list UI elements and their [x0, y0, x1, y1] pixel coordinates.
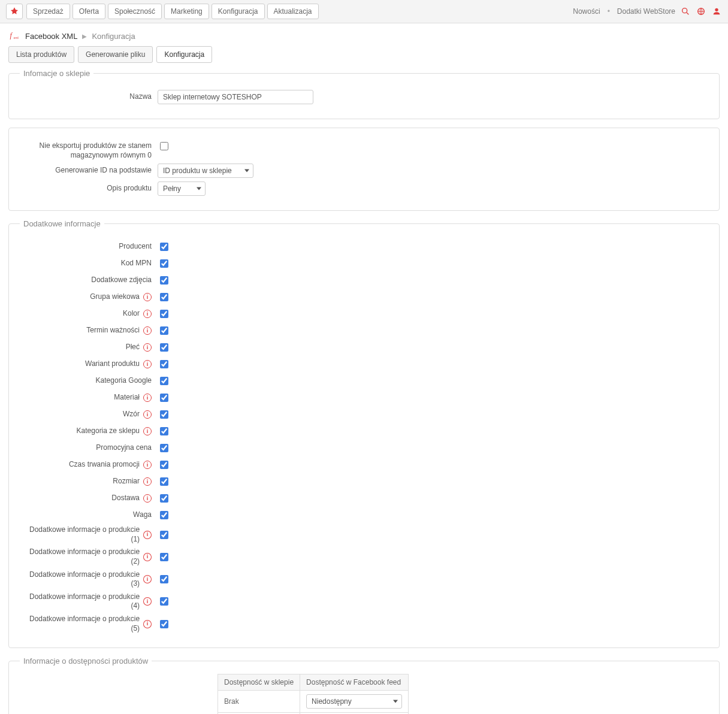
additional-label: Dodatkowe informacje o produkcie (2) [20, 547, 158, 566]
additional-checkbox[interactable] [160, 620, 168, 628]
breadcrumb: fxml Facebook XML ▶ Konfiguracja [8, 28, 720, 46]
info-icon[interactable] [143, 461, 152, 469]
additional-checkbox[interactable] [160, 410, 168, 419]
fieldset-store-info: Infomacje o sklepie Nazwa [8, 69, 720, 119]
logo-button[interactable] [6, 4, 23, 19]
tab-generowanie-pliku[interactable]: Generowanie pliku [78, 46, 153, 63]
info-icon[interactable] [143, 575, 152, 583]
topbar-left: SprzedażOfertaSpołecznośćMarketingKonfig… [6, 4, 321, 19]
webstore-link[interactable]: Dodatki WebStore [617, 7, 675, 16]
nav-konfiguracja[interactable]: Konfiguracja [212, 4, 265, 19]
info-icon[interactable] [143, 427, 152, 435]
additional-checkbox[interactable] [160, 494, 168, 503]
nav-marketing[interactable]: Marketing [164, 4, 209, 19]
info-icon[interactable] [143, 293, 152, 301]
additional-row: Dodatkowe informacje o produkcie (1) [20, 525, 708, 544]
additional-checkbox[interactable] [160, 276, 168, 285]
additional-label: Kategoria ze sklepu [20, 426, 158, 436]
additional-row: Dodatkowe zdjęcia [20, 274, 708, 287]
separator-dot: • [608, 7, 610, 16]
info-icon[interactable] [143, 494, 152, 503]
additional-checkbox[interactable] [160, 444, 168, 452]
additional-label: Dodatkowe informacje o produkcie (5) [20, 615, 158, 633]
desc-select[interactable]: Pełny [158, 181, 206, 196]
additional-label: Producent [20, 242, 158, 252]
name-input[interactable] [158, 90, 313, 104]
svg-line-1 [687, 13, 688, 14]
info-icon[interactable] [143, 553, 152, 561]
info-icon[interactable] [143, 531, 152, 539]
gen-id-value: ID produktu w sklepie [163, 167, 232, 175]
additional-label: Dostawa [20, 494, 158, 503]
availability-row: BrakNiedostępny [218, 691, 409, 713]
additional-row: Płeć [20, 341, 708, 354]
additional-checkbox[interactable] [160, 394, 168, 402]
additional-checkbox[interactable] [160, 477, 168, 486]
additional-checkbox[interactable] [160, 511, 168, 519]
nav-aktualizacja[interactable]: Aktualizacja [267, 4, 319, 19]
additional-label: Płeć [20, 343, 158, 352]
info-icon[interactable] [143, 597, 152, 606]
news-link[interactable]: Nowości [573, 7, 600, 16]
info-icon[interactable] [143, 343, 152, 352]
tab-lista-produktów[interactable]: Lista produktów [8, 46, 74, 63]
additional-row: Waga [20, 509, 708, 522]
additional-row: Kolor [20, 307, 708, 320]
svg-point-0 [682, 8, 687, 13]
additional-checkbox[interactable] [160, 377, 168, 385]
chevron-down-icon [244, 170, 249, 173]
legend-additional-info: Dodatkowe informacje [20, 219, 104, 228]
additional-checkbox[interactable] [160, 259, 168, 268]
availability-select[interactable]: Niedostępny [306, 694, 402, 709]
additional-checkbox[interactable] [160, 310, 168, 318]
no-export-checkbox[interactable] [160, 142, 168, 150]
additional-row: Dodatkowe informacje o produkcie (2) [20, 547, 708, 566]
tab-konfiguracja[interactable]: Konfiguracja [156, 46, 212, 63]
chevron-down-icon [393, 700, 398, 703]
nav-sprzedaż[interactable]: Sprzedaż [26, 4, 70, 19]
app-icon: fxml [8, 31, 20, 41]
additional-checkbox[interactable] [160, 326, 168, 335]
additional-row: Termin ważności [20, 324, 708, 337]
search-icon[interactable] [680, 6, 691, 17]
fieldset-additional-info: Dodatkowe informacje ProducentKod MPNDod… [8, 219, 720, 648]
additional-checkbox[interactable] [160, 243, 168, 251]
info-icon[interactable] [143, 477, 152, 486]
additional-row: Wariant produktu [20, 358, 708, 371]
additional-checkbox[interactable] [160, 553, 168, 561]
additional-checkbox[interactable] [160, 427, 168, 435]
additional-checkbox[interactable] [160, 461, 168, 469]
nav-społeczność[interactable]: Społeczność [108, 4, 162, 19]
th-store-availability: Dostępność w sklepie [218, 674, 300, 691]
additional-checkbox[interactable] [160, 360, 168, 368]
additional-row: Kategoria Google [20, 374, 708, 388]
info-icon[interactable] [143, 310, 152, 318]
gen-id-select[interactable]: ID produktu w sklepie [158, 164, 253, 178]
additional-checkbox[interactable] [160, 575, 168, 583]
additional-checkbox[interactable] [160, 531, 168, 539]
topbar: SprzedażOfertaSpołecznośćMarketingKonfig… [0, 0, 728, 23]
additional-label: Dodatkowe informacje o produkcie (4) [20, 592, 158, 611]
additional-row: Producent [20, 240, 708, 253]
additional-row: Czas trwania promocji [20, 458, 708, 471]
availability-table: Dostępność w sklepie Dostępność w Facebo… [218, 674, 409, 714]
availability-label: Brak [218, 691, 300, 713]
globe-icon[interactable] [696, 6, 706, 17]
additional-checkbox[interactable] [160, 343, 168, 352]
additional-label: Dodatkowe informacje o produkcie (1) [20, 525, 158, 544]
additional-row: Promocyjna cena [20, 441, 708, 455]
additional-label: Kategoria Google [20, 376, 158, 386]
additional-checkbox[interactable] [160, 597, 168, 606]
nav-oferta[interactable]: Oferta [73, 4, 105, 19]
info-icon[interactable] [143, 394, 152, 402]
additional-row: Kategoria ze sklepu [20, 425, 708, 438]
info-icon[interactable] [143, 410, 152, 419]
breadcrumb-sub: Konfiguracja [92, 32, 135, 41]
additional-label: Waga [20, 510, 158, 520]
info-icon[interactable] [143, 620, 152, 628]
info-icon[interactable] [143, 326, 152, 335]
additional-row: Materiał [20, 391, 708, 404]
user-icon[interactable] [711, 6, 722, 17]
info-icon[interactable] [143, 360, 152, 368]
additional-checkbox[interactable] [160, 293, 168, 301]
